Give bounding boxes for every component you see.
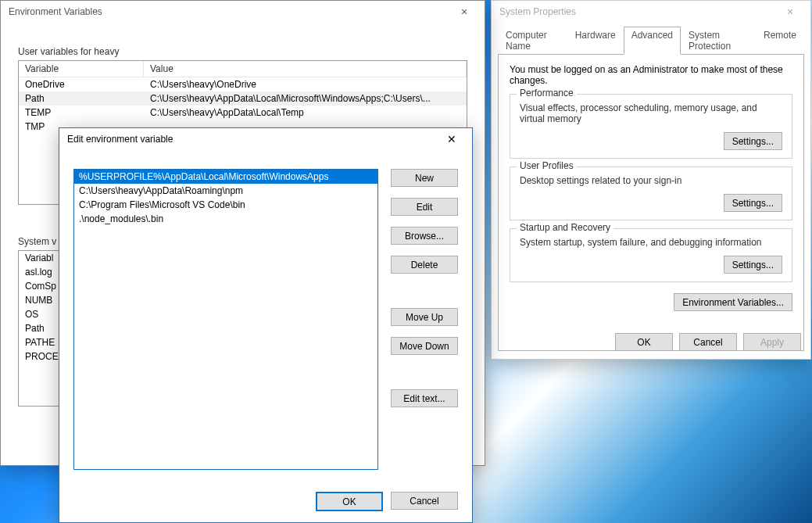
cell-value: C:\Users\heavy\AppData\Local\Microsoft\W… — [144, 91, 467, 106]
user-variables-label: User variables for heavy — [18, 46, 467, 57]
cell-value: C:\Users\heavy\OneDrive — [144, 77, 467, 91]
group-legend: Performance — [517, 88, 577, 99]
tab-system-protection[interactable]: System Protection — [681, 27, 756, 55]
table-row[interactable]: PathC:\Users\heavy\AppData\Local\Microso… — [19, 91, 467, 106]
list-item[interactable]: %USERPROFILE%\AppData\Local\Microsoft\Wi… — [74, 170, 377, 184]
dialog-footer: OK Cancel — [316, 492, 458, 511]
table-row[interactable]: OneDriveC:\Users\heavy\OneDrive — [19, 77, 467, 91]
group-performance: Performance Visual effects, processor sc… — [510, 94, 792, 159]
list-item[interactable]: C:\Users\heavy\AppData\Roaming\npm — [74, 184, 377, 198]
list-item[interactable]: .\node_modules\.bin — [74, 212, 377, 226]
cell-value: C:\Users\heavy\AppData\Local\Temp — [144, 106, 467, 120]
ok-button[interactable]: OK — [316, 492, 383, 511]
group-startup-recovery: Startup and Recovery System startup, sys… — [510, 228, 792, 282]
system-properties-window: System Properties × Computer Name Hardwa… — [491, 0, 811, 360]
environment-variables-button[interactable]: Environment Variables... — [674, 293, 792, 311]
apply-button[interactable]: Apply — [743, 333, 801, 351]
edit-text-button[interactable]: Edit text... — [391, 389, 458, 407]
list-header: Variable Value — [19, 61, 467, 77]
delete-button[interactable]: Delete — [391, 256, 458, 274]
group-text: System startup, system failure, and debu… — [520, 237, 782, 248]
tab-computer-name[interactable]: Computer Name — [498, 27, 567, 55]
cancel-button[interactable]: Cancel — [391, 492, 458, 510]
group-legend: User Profiles — [517, 160, 577, 171]
tab-body: You must be logged on as an Administrato… — [498, 54, 804, 351]
group-user-profiles: User Profiles Desktop settings related t… — [510, 167, 792, 220]
cancel-button[interactable]: Cancel — [679, 333, 737, 351]
move-up-button[interactable]: Move Up — [391, 308, 458, 326]
cell-variable: TEMP — [19, 106, 144, 120]
tab-advanced[interactable]: Advanced — [624, 27, 681, 55]
edit-button[interactable]: Edit — [391, 198, 458, 216]
footer-buttons: OK Cancel Apply — [615, 333, 801, 351]
group-legend: Startup and Recovery — [517, 222, 613, 233]
side-buttons: New Edit Browse... Delete Move Up Move D… — [391, 169, 458, 407]
move-down-button[interactable]: Move Down — [391, 337, 458, 355]
new-button[interactable]: New — [391, 169, 458, 187]
close-icon[interactable]: × — [449, 5, 480, 18]
startup-settings-button[interactable]: Settings... — [724, 256, 782, 274]
titlebar: Edit environment variable ✕ — [59, 128, 472, 150]
window-title: Environment Variables — [9, 6, 102, 17]
tabstrip: Computer Name Hardware Advanced System P… — [498, 27, 804, 55]
cell-variable: Path — [19, 91, 144, 106]
cell-variable: OneDrive — [19, 77, 144, 91]
path-list[interactable]: %USERPROFILE%\AppData\Local\Microsoft\Wi… — [73, 169, 378, 470]
close-icon[interactable]: ✕ — [436, 133, 467, 145]
titlebar: Environment Variables × — [1, 1, 485, 23]
col-value[interactable]: Value — [144, 61, 467, 77]
tab-remote[interactable]: Remote — [756, 27, 804, 55]
list-item[interactable]: C:\Program Files\Microsoft VS Code\bin — [74, 198, 377, 212]
window-title: System Properties — [499, 6, 576, 17]
browse-button[interactable]: Browse... — [391, 227, 458, 245]
performance-settings-button[interactable]: Settings... — [724, 132, 782, 150]
group-text: Desktop settings related to your sign-in — [520, 175, 782, 186]
col-variable[interactable]: Variable — [19, 61, 144, 77]
titlebar: System Properties × — [492, 1, 810, 23]
edit-environment-variable-dialog: Edit environment variable ✕ %USERPROFILE… — [59, 127, 473, 523]
table-row[interactable]: TEMPC:\Users\heavy\AppData\Local\Temp — [19, 106, 467, 120]
tab-hardware[interactable]: Hardware — [567, 27, 624, 55]
ok-button[interactable]: OK — [615, 333, 673, 351]
intro-text: You must be logged on as an Administrato… — [510, 64, 792, 86]
window-title: Edit environment variable — [67, 134, 173, 145]
close-icon[interactable]: × — [774, 5, 806, 18]
group-text: Visual effects, processor scheduling, me… — [520, 102, 782, 124]
user-profiles-settings-button[interactable]: Settings... — [724, 194, 782, 212]
